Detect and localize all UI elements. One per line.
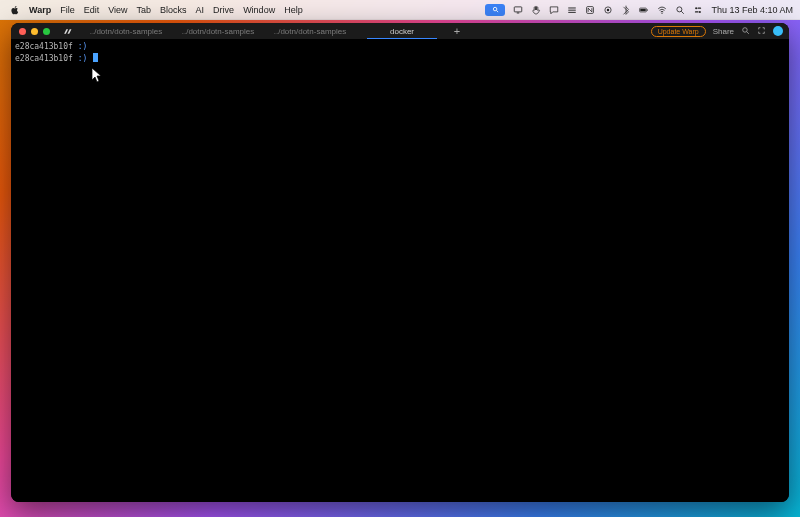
wifi-icon[interactable] [657, 5, 667, 15]
menubar-app-name[interactable]: Warp [29, 5, 51, 15]
tab-label: ../dotn/dotn-samples [90, 27, 162, 36]
tab-2[interactable]: ../dotn/dotn-samples [173, 23, 263, 39]
tab-4-active[interactable]: docker [357, 23, 447, 39]
window-minimize-button[interactable] [31, 28, 38, 35]
tab-label: ../dotn/dotn-samples [274, 27, 346, 36]
menubar-item-blocks[interactable]: Blocks [160, 5, 187, 15]
svg-line-1 [496, 10, 498, 12]
svg-rect-4 [569, 7, 577, 8]
svg-point-0 [493, 7, 497, 11]
mouse-cursor-icon [91, 67, 103, 83]
window-close-button[interactable] [19, 28, 26, 35]
new-tab-button[interactable]: + [449, 25, 465, 37]
palette-search-icon[interactable] [741, 26, 750, 37]
macos-menubar: Warp File Edit View Tab Blocks AI Drive … [0, 0, 800, 20]
svg-point-9 [607, 8, 610, 11]
terminal-line: e28ca413b10f :) [15, 41, 785, 53]
display-icon[interactable] [513, 5, 523, 15]
expand-icon[interactable] [757, 26, 766, 37]
prompt-host: e28ca413b10f [15, 42, 73, 51]
menubar-item-file[interactable]: File [60, 5, 75, 15]
svg-point-13 [662, 12, 663, 13]
bluetooth-icon[interactable] [621, 5, 631, 15]
menubar-item-edit[interactable]: Edit [84, 5, 100, 15]
menubar-clock[interactable]: Thu 13 Feb 4:10 AM [711, 5, 793, 15]
share-button[interactable]: Share [713, 27, 734, 36]
apple-icon[interactable] [10, 5, 20, 15]
prompt-sym: ) [82, 54, 87, 63]
svg-rect-19 [695, 11, 699, 12]
warp-tabstrip: ../dotn/dotn-samples ../dotn/dotn-sample… [11, 23, 789, 39]
tab-3[interactable]: ../dotn/dotn-samples [265, 23, 355, 39]
svg-line-21 [747, 31, 749, 33]
terminal-body[interactable]: e28ca413b10f :) e28ca413b10f :) [11, 39, 789, 502]
svg-rect-5 [569, 9, 577, 10]
svg-rect-3 [517, 12, 520, 13]
svg-point-14 [677, 6, 682, 11]
tab-1[interactable]: ../dotn/dotn-samples [81, 23, 171, 39]
menubar-item-drive[interactable]: Drive [213, 5, 234, 15]
window-zoom-button[interactable] [43, 28, 50, 35]
menu-dots-icon[interactable] [567, 5, 577, 15]
svg-rect-12 [641, 8, 647, 11]
hand-icon[interactable] [531, 5, 541, 15]
control-center-icon[interactable] [693, 5, 703, 15]
warp-window: ../dotn/dotn-samples ../dotn/dotn-sample… [11, 23, 789, 502]
menubar-item-tab[interactable]: Tab [137, 5, 152, 15]
menubar-item-ai[interactable]: AI [196, 5, 205, 15]
terminal-cursor [93, 53, 98, 62]
svg-rect-6 [569, 11, 577, 12]
warp-logo-icon[interactable] [62, 26, 73, 37]
update-warp-button[interactable]: Update Warp [651, 26, 706, 37]
svg-point-18 [699, 10, 701, 12]
notion-icon[interactable] [585, 5, 595, 15]
svg-point-16 [696, 7, 698, 9]
svg-point-20 [743, 27, 748, 32]
prompt-sym: ) [82, 42, 87, 51]
spotlight-pill-icon[interactable] [485, 4, 505, 16]
prompt-host: e28ca413b10f [15, 54, 73, 63]
menubar-item-window[interactable]: Window [243, 5, 275, 15]
user-avatar[interactable] [773, 26, 783, 36]
chat-icon[interactable] [549, 5, 559, 15]
menubar-item-view[interactable]: View [108, 5, 127, 15]
traffic-lights[interactable] [19, 28, 50, 35]
svg-rect-2 [515, 6, 523, 11]
svg-line-15 [682, 11, 685, 14]
tab-label: docker [390, 27, 414, 36]
search-icon[interactable] [675, 5, 685, 15]
svg-rect-17 [698, 7, 702, 8]
record-icon[interactable] [603, 5, 613, 15]
menubar-item-help[interactable]: Help [284, 5, 303, 15]
tab-label: ../dotn/dotn-samples [182, 27, 254, 36]
svg-rect-11 [647, 9, 648, 11]
battery-icon[interactable] [639, 5, 649, 15]
terminal-line: e28ca413b10f :) [15, 53, 785, 65]
